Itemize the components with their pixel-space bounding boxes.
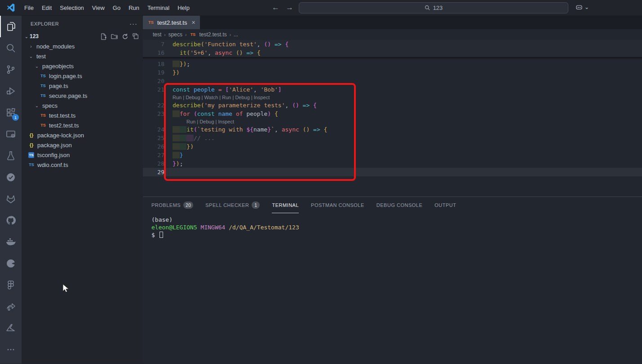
code-token: name <box>218 110 232 117</box>
gutter <box>143 118 164 125</box>
remote-explorer-icon[interactable] <box>0 123 22 145</box>
tree-item-test.test.ts[interactable]: TStest.test.ts <box>22 110 143 120</box>
breadcrumb-item[interactable]: ... <box>234 31 238 38</box>
new-folder-icon[interactable] <box>111 33 118 40</box>
panel-tab-postman-console[interactable]: POSTMAN CONSOLE <box>311 197 364 213</box>
line-number: 26 <box>143 142 164 151</box>
menu-edit[interactable]: Edit <box>38 3 56 13</box>
notch-circle-icon[interactable] <box>0 253 22 274</box>
breadcrumb-item[interactable]: test <box>153 31 161 38</box>
collapse-all-icon[interactable] <box>133 33 139 40</box>
panel-tab-spell-checker[interactable]: SPELL CHECKER1 <box>205 197 260 213</box>
share-arrow-icon[interactable] <box>0 296 22 317</box>
workspace-section-header[interactable]: ⌄ 123 <box>22 31 143 41</box>
forward-arrow[interactable]: → <box>286 3 293 12</box>
codelens-label[interactable]: Run | Debug | Watch | Run | Debug | Insp… <box>164 94 270 101</box>
terminal[interactable]: (base)eleon@LEGION5 MINGW64 /d/QA_A/Test… <box>143 213 642 239</box>
line-number: 16 <box>143 48 164 57</box>
breadcrumb[interactable]: test›specs›TStest2.test.ts›... <box>143 29 642 40</box>
run-debug-icon[interactable] <box>0 80 22 102</box>
command-center[interactable]: 123 <box>299 2 568 13</box>
figma-icon[interactable] <box>0 274 22 296</box>
code-token: it <box>186 126 194 133</box>
tree-item-label: login.page.ts <box>49 73 82 79</box>
tree-item-secure.page.ts[interactable]: TSsecure.page.ts <box>22 91 143 101</box>
codelens-actions[interactable]: Run | Debug | Watch | Run | Debug | Insp… <box>143 94 642 101</box>
tree-item-label: node_modules <box>36 43 75 50</box>
code-token: ] <box>278 86 282 93</box>
extensions-icon[interactable]: 1 <box>0 102 22 123</box>
codelens-actions[interactable]: Run | Debug | Inspect <box>143 118 642 125</box>
tree-item-package-lock.json[interactable]: {}package-lock.json <box>22 130 143 140</box>
code-token: ) <box>190 143 194 150</box>
tree-item-specs[interactable]: ⌄specs <box>22 101 143 110</box>
code-token <box>320 126 324 133</box>
code-token <box>173 152 180 158</box>
back-arrow[interactable]: ← <box>272 3 279 12</box>
more-actions-icon[interactable] <box>0 339 22 360</box>
explorer-icon[interactable] <box>0 16 22 37</box>
explorer-more-actions[interactable]: ··· <box>129 20 137 27</box>
code-token <box>215 110 218 117</box>
tree-item-tsconfig.json[interactable]: TStsconfig.json <box>22 150 143 160</box>
code-token: () <box>303 126 310 133</box>
terminal-line: (base) <box>151 216 642 224</box>
copilot-menu[interactable]: ⌄ <box>575 3 589 11</box>
breadcrumb-item[interactable]: specs <box>168 31 182 38</box>
new-file-icon[interactable] <box>100 33 107 40</box>
tab-test2-test-ts[interactable]: TS test2.test.ts × <box>143 16 200 29</box>
breadcrumb-separator: › <box>164 32 165 37</box>
chevron-down-icon: ⌄ <box>584 4 589 10</box>
menu-selection[interactable]: Selection <box>56 3 88 13</box>
codelens-label[interactable]: Run | Debug | Inspect <box>164 118 234 125</box>
close-icon[interactable]: × <box>191 19 195 26</box>
terminal-text: $ <box>151 232 159 238</box>
search-icon[interactable] <box>0 37 22 59</box>
code-line: 22describe('my parameterize tests', () =… <box>143 101 642 110</box>
code-token <box>299 126 303 133</box>
tree-item-pageobjects[interactable]: ⌄pageobjects <box>22 61 143 71</box>
panel-tab-output[interactable]: OUTPUT <box>434 197 456 213</box>
docker-icon[interactable] <box>0 231 22 253</box>
code-token: async <box>215 49 232 56</box>
tree-item-login.page.ts[interactable]: TSlogin.page.ts <box>22 71 143 81</box>
menu-file[interactable]: File <box>20 3 38 13</box>
testing-beaker-icon[interactable] <box>0 145 22 167</box>
code-token: ( <box>186 49 190 56</box>
panel-tab-badge: 20 <box>183 202 193 209</box>
gitlab-icon[interactable] <box>0 188 22 210</box>
code-token <box>215 86 218 93</box>
activity-bar: 1 <box>0 16 22 364</box>
refresh-icon[interactable] <box>122 33 128 40</box>
github-icon[interactable] <box>0 210 22 231</box>
line-number: 28 <box>143 159 164 168</box>
code-token: => <box>313 126 320 133</box>
panel-tab-debug-console[interactable]: DEBUG CONSOLE <box>376 197 422 213</box>
code-line: 19}) <box>143 68 642 77</box>
panel-tab-terminal[interactable]: TERMINAL <box>272 197 299 213</box>
sticky-scroll[interactable]: 7describe('Function test', () => {16 it(… <box>143 40 642 57</box>
azure-icon[interactable] <box>0 317 22 339</box>
tree-item-node_modules[interactable]: ›node_modules <box>22 41 143 51</box>
tree-item-test2.test.ts[interactable]: TStest2.test.ts <box>22 120 143 130</box>
tree-item-label: secure.page.ts <box>49 92 87 99</box>
tree-item-page.ts[interactable]: TSpage.ts <box>22 81 143 91</box>
menu-go[interactable]: Go <box>109 3 124 13</box>
code-token: } <box>173 69 176 76</box>
code-token <box>180 126 187 133</box>
coverage-check-icon[interactable] <box>0 167 22 188</box>
code-line-text: it(`testing with ${name}`, async () => { <box>164 125 327 134</box>
menu-help[interactable]: Help <box>173 3 194 13</box>
ts-file-icon: TS <box>147 20 155 25</box>
menu-terminal[interactable]: Terminal <box>143 3 173 13</box>
code-editor[interactable]: 7describe('Function test', () => {16 it(… <box>143 40 642 197</box>
panel-tab-problems[interactable]: PROBLEMS20 <box>151 197 193 213</box>
tree-item-package.json[interactable]: {}package.json <box>22 140 143 150</box>
menu-view[interactable]: View <box>88 3 109 13</box>
breadcrumb-item[interactable]: test2.test.ts <box>199 31 226 38</box>
code-line-text: }) <box>164 68 180 77</box>
tree-item-wdio.conf.ts[interactable]: TSwdio.conf.ts <box>22 160 143 170</box>
source-control-icon[interactable] <box>0 59 22 80</box>
tree-item-test[interactable]: ⌄test <box>22 51 143 61</box>
menu-run[interactable]: Run <box>124 3 143 13</box>
